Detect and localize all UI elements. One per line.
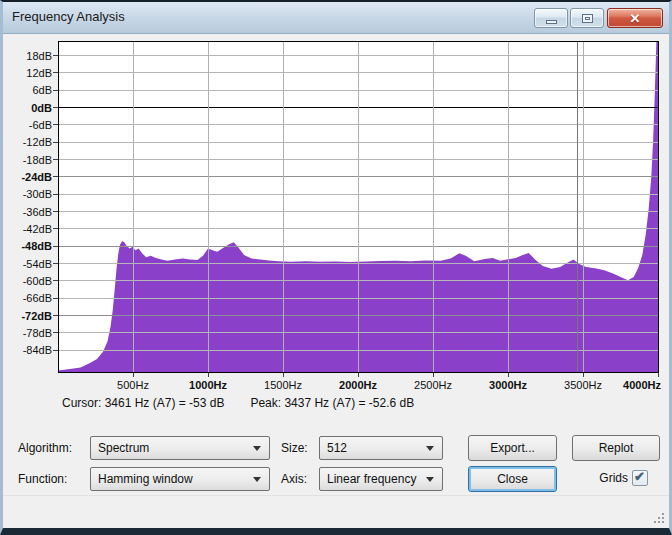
replot-button[interactable]: Replot [572,435,660,461]
x-axis-label: 1000Hz [189,379,227,391]
y-axis-label: -54dB [23,258,52,270]
peak-readout: Peak: 3437 Hz (A7) = -52.6 dB [250,396,414,410]
axis-value: Linear frequency [327,472,416,486]
y-axis-label: -36dB [23,206,52,218]
y-axis-label: 12dB [26,67,52,79]
grids-label: Grids [584,466,628,490]
y-axis-label: 18dB [26,50,52,62]
frequency-spectrum-chart[interactable]: 18dB12dB6dB0dB-6dB-12dB-18dB-24dB-30dB-3… [3,34,669,396]
window-title: Frequency Analysis [12,9,125,24]
y-axis-label: -24dB [21,171,52,183]
function-label: Function: [18,467,67,491]
chevron-down-icon [426,477,434,482]
algorithm-value: Spectrum [98,441,149,455]
chevron-down-icon [426,446,434,451]
chevron-down-icon [253,446,261,451]
readout-line: Cursor: 3461 Hz (A7) = -53 dBPeak: 3437 … [62,396,440,410]
size-value: 512 [327,441,347,455]
y-axis-label: -30dB [23,188,52,200]
y-axis-label: -42dB [23,223,52,235]
function-select[interactable]: Hamming window [90,467,270,491]
y-axis-label: -78dB [23,327,52,339]
y-axis-label: -12dB [23,136,52,148]
dialog-content: 18dB12dB6dB0dB-6dB-12dB-18dB-24dB-30dB-3… [3,34,669,528]
resize-grip-icon[interactable] [653,512,666,525]
close-window-button[interactable]: ✕ [607,8,663,28]
y-axis-label: 0dB [31,102,52,114]
x-axis-label: 500Hz [117,379,149,391]
chevron-down-icon [253,477,261,482]
function-value: Hamming window [98,472,193,486]
y-axis-label: -84dB [23,344,52,356]
y-axis-label: 6dB [32,84,52,96]
minimize-icon [546,20,557,24]
maximize-button[interactable] [570,8,604,28]
x-axis-label: 2000Hz [339,379,377,391]
x-axis-label: 3000Hz [489,379,527,391]
maximize-icon [582,14,593,23]
close-button[interactable]: Close [468,466,557,492]
algorithm-label: Algorithm: [18,436,72,460]
y-axis-label: -18dB [23,154,52,166]
y-axis-label: -60dB [23,275,52,287]
export-button[interactable]: Export... [468,435,557,461]
frequency-analysis-window: Frequency Analysis ✕ 18dB12dB6dB0dB-6dB-… [0,0,672,535]
titlebar[interactable]: Frequency Analysis ✕ [3,2,669,34]
minimize-button[interactable] [534,8,568,28]
y-axis-label: -72dB [21,310,52,322]
statusbar [3,495,669,528]
x-axis-label: 3500Hz [564,379,602,391]
cursor-readout: Cursor: 3461 Hz (A7) = -53 dB [62,396,224,410]
close-x-icon: ✕ [608,11,662,26]
axis-label: Axis: [281,467,307,491]
grids-checkbox[interactable]: ✔ [632,470,648,486]
axis-select[interactable]: Linear frequency [319,467,443,491]
y-axis-label: -48dB [21,240,52,252]
x-axis-label: 4000Hz [623,379,661,391]
checkmark-icon: ✔ [634,469,645,484]
y-axis-label: -6dB [29,119,52,131]
algorithm-select[interactable]: Spectrum [90,436,270,460]
x-axis-label: 2500Hz [414,379,452,391]
size-select[interactable]: 512 [319,436,443,460]
x-axis-label: 1500Hz [264,379,302,391]
size-label: Size: [281,436,308,460]
y-axis-label: -66dB [23,292,52,304]
